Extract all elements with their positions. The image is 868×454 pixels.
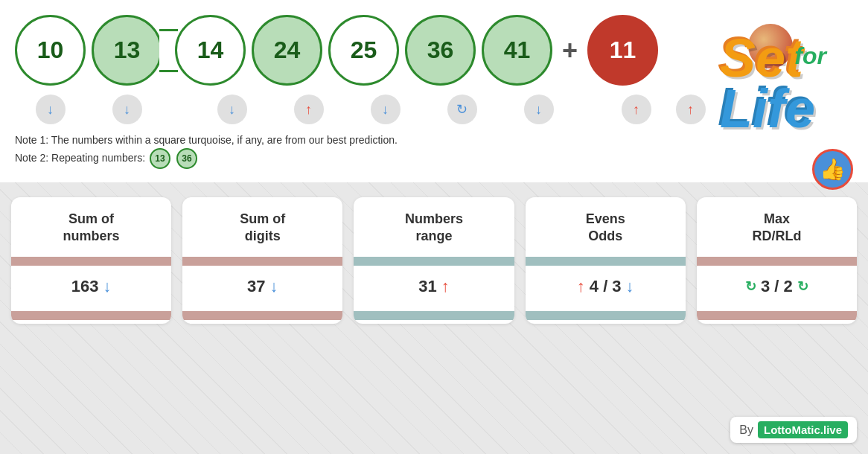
stat-title-numbers-range: Numbersrange <box>354 197 514 253</box>
refresh-icon-left-5: ↻ <box>745 278 756 295</box>
stat-card-numbers-range: Numbersrange 31 ↑ <box>354 197 514 324</box>
arrow-btn-4[interactable]: ↓ <box>371 95 401 124</box>
logo-container: Set for Life <box>720 31 815 133</box>
ball-41: 41 <box>482 15 552 86</box>
stat-bar-bottom-3 <box>354 311 514 320</box>
arrow-spacer-6: ↓ <box>503 95 574 124</box>
arrow-btn-0[interactable]: ↓ <box>36 95 66 124</box>
arrow-btn-3[interactable]: ↑ <box>294 95 324 124</box>
arrow-up-icon-4: ↑ <box>577 277 585 296</box>
lottomaticsite-label: LottoMatic.live <box>758 421 848 438</box>
stat-value-max-rd: ↻ 3 / 2 ↻ <box>697 269 857 307</box>
stat-card-max-rd: MaxRD/RLd ↻ 3 / 2 ↻ <box>697 197 857 324</box>
ball-24: 24 <box>252 15 322 86</box>
main-container: 10 13 14 24 25 36 <box>0 0 868 454</box>
stat-bar-bottom-4 <box>526 311 686 320</box>
stat-value-sum-numbers: 163 ↓ <box>11 269 171 307</box>
stat-value-evens-odds: ↑ 4 / 3 ↓ <box>526 269 686 307</box>
logo-area: Set for Life <box>682 7 853 156</box>
arrow-btn-5[interactable]: ↻ <box>447 95 477 124</box>
stat-title-max-rd: MaxRD/RLd <box>697 197 857 253</box>
logo-life-row: Life <box>720 85 815 133</box>
arrow-up-icon-3: ↑ <box>441 277 450 296</box>
ball-10: 10 <box>15 15 86 86</box>
stat-bar-top-3 <box>354 257 514 266</box>
stat-bar-top-1 <box>11 257 171 266</box>
stat-title-sum-digits: Sum ofdigits <box>182 197 342 253</box>
stat-bar-bottom-2 <box>182 311 342 320</box>
arrow-down-icon-4: ↓ <box>626 277 634 296</box>
stat-value-sum-digits: 37 ↓ <box>182 269 342 307</box>
ball-14: 14 <box>175 15 246 86</box>
by-label: By <box>739 423 753 437</box>
stat-card-sum-digits: Sum ofdigits 37 ↓ <box>182 197 342 324</box>
arrow-btn-1[interactable]: ↓ <box>112 95 142 124</box>
stat-bar-top-5 <box>697 257 857 266</box>
footer-bar: By LottoMatic.live <box>730 417 857 443</box>
stat-bar-bottom-1 <box>11 311 171 320</box>
repeating-ball-13: 13 <box>150 148 170 169</box>
arrow-down-icon-1: ↓ <box>103 277 111 296</box>
arrow-spacer-0: ↓ <box>15 95 86 124</box>
stats-section: Sum ofnumbers 163 ↓ Sum ofdigits 37 ↓ Nu… <box>0 182 868 339</box>
logo-set: Set <box>720 31 803 85</box>
stat-value-numbers-range: 31 ↑ <box>354 269 514 307</box>
stat-card-sum-numbers: Sum ofnumbers 163 ↓ <box>11 197 171 324</box>
stat-title-evens-odds: EvensOdds <box>526 197 686 253</box>
thumbs-up-button[interactable]: 👍 <box>812 149 853 190</box>
stat-bar-bottom-5 <box>697 311 857 320</box>
stat-card-evens-odds: EvensOdds ↑ 4 / 3 ↓ <box>526 197 686 324</box>
arrow-spacer-4: ↓ <box>350 95 421 124</box>
top-section: 10 13 14 24 25 36 <box>0 0 868 182</box>
stat-title-sum-numbers: Sum ofnumbers <box>11 197 171 253</box>
arrow-btn-6[interactable]: ↓ <box>524 95 554 124</box>
arrow-btn-2[interactable]: ↓ <box>217 95 247 124</box>
ball-13: 13 <box>92 15 162 86</box>
logo-life: Life <box>720 79 815 138</box>
arrow-btn-bonus-up[interactable]: ↑ <box>622 95 651 124</box>
arrow-spacer-2: ↓ <box>197 95 267 124</box>
arrow-spacer-1: ↓ <box>92 95 162 124</box>
repeating-ball-36: 36 <box>176 148 197 169</box>
ball-bonus: 11 <box>587 15 658 86</box>
arrow-spacer-5: ↻ <box>427 95 497 124</box>
ball-25: 25 <box>328 15 399 86</box>
stat-bar-top-2 <box>182 257 342 266</box>
logo-for: for <box>794 42 826 70</box>
plus-sign: + <box>562 35 578 66</box>
arrow-spacer-3: ↑ <box>273 95 344 124</box>
arrow-down-icon-2: ↓ <box>270 277 278 296</box>
ball-pair-13-14: 13 14 <box>92 15 246 86</box>
refresh-icon-right-5: ↻ <box>797 278 808 295</box>
stat-bar-top-4 <box>526 257 686 266</box>
ball-36: 36 <box>405 15 476 86</box>
